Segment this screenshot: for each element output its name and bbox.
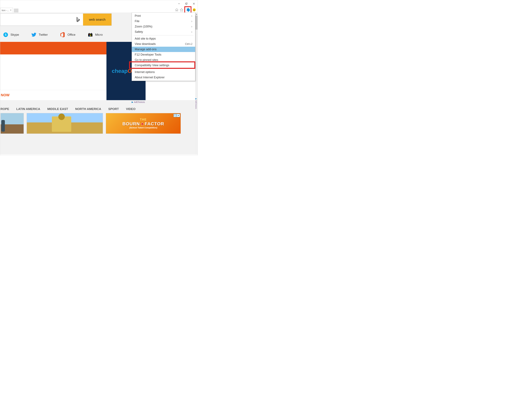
scroll-up-arrow-icon[interactable]: ▴ [195, 12, 198, 16]
quick-link-skype[interactable]: S Skype [3, 32, 19, 37]
store-icon [88, 32, 93, 37]
bourn-factor-ad[interactable]: ⓘ ✕ THE BOURN FACTOR (School Talent Comp… [106, 113, 181, 134]
menu-shortcut: Ctrl+J [185, 42, 192, 46]
tab-title: tion -... [2, 9, 9, 12]
menu-item-about-ie[interactable]: About Internet Explorer [132, 75, 195, 80]
tab-strip: tion -... × [0, 7, 198, 12]
chevron-right-icon: › [191, 30, 192, 34]
menu-label: File [135, 19, 139, 23]
title-bar [0, 0, 198, 7]
menu-label: Internet options [135, 70, 155, 74]
svg-point-8 [195, 9, 195, 10]
hero-white-panel [0, 55, 106, 90]
svg-marker-5 [180, 8, 183, 11]
menu-item-internet-options[interactable]: Internet options [132, 69, 195, 75]
menu-label: Safety [135, 30, 143, 34]
nav-cat[interactable]: VIDEO [126, 107, 135, 111]
home-icon[interactable] [175, 8, 179, 12]
chevron-right-icon: › [191, 14, 192, 18]
ad-line2: BOURN FACTOR [123, 121, 164, 126]
web-search-button[interactable]: web search [83, 14, 112, 26]
menu-item-manage-addons[interactable]: Manage add-ons [132, 47, 195, 52]
scrollbar-thumb[interactable] [195, 16, 198, 29]
menu-item-safety[interactable]: Safety› [132, 29, 195, 35]
menu-item-f12-developer-tools[interactable]: F12 Developer Tools [132, 52, 195, 57]
adchoices-link[interactable]: AdChoices [0, 100, 147, 103]
tools-menu: Print› File› Zoom (100%)› Safety› Add si… [132, 12, 195, 81]
tab-close-icon[interactable]: × [10, 9, 11, 12]
vertical-scrollbar[interactable]: ▴ [195, 12, 198, 155]
twitter-icon [31, 32, 37, 37]
browser-tab[interactable]: tion -... × [0, 8, 13, 12]
ad-corner-controls: ⓘ ✕ [173, 114, 180, 117]
quick-link-twitter[interactable]: Twitter [31, 32, 48, 37]
search-button-label: web search [89, 18, 105, 21]
favorites-star-icon[interactable] [180, 8, 184, 12]
menu-separator [133, 69, 194, 69]
menu-label: Compatibility View settings [135, 64, 169, 67]
menu-item-add-site-to-apps[interactable]: Add site to Apps [132, 36, 195, 41]
menu-item-file[interactable]: File› [132, 19, 195, 24]
menu-item-print[interactable]: Print› [132, 13, 195, 19]
svg-rect-12 [90, 34, 91, 35]
article-thumbnail-1[interactable] [0, 113, 24, 134]
menu-item-zoom[interactable]: Zoom (100%)› [132, 24, 195, 29]
close-window-button[interactable] [190, 1, 198, 6]
building-figure [52, 116, 71, 132]
quick-link-microsoft-store[interactable]: Micro [88, 32, 103, 37]
office-icon [60, 32, 65, 37]
category-nav: ROPE LATIN AMERICA MIDDLE EAST NORTH AME… [0, 103, 198, 113]
menu-label: View downloads [135, 42, 156, 46]
menu-label: Add site to Apps [135, 37, 156, 40]
tools-gear-icon[interactable] [185, 7, 191, 13]
menu-label: About Internet Explorer [135, 76, 165, 79]
page-content: ▴ Print› File› Zoom (100%)› Safety› Add … [0, 12, 198, 155]
search-input[interactable] [0, 14, 83, 26]
book-now-link[interactable]: NOW [0, 90, 106, 100]
quick-link-label: Skype [10, 33, 19, 37]
ad-line3: (School Talent Competition) [129, 126, 157, 129]
svg-rect-11 [89, 34, 90, 35]
menu-item-view-downloads[interactable]: View downloadsCtrl+J [132, 41, 195, 47]
quick-link-label: Twitter [39, 33, 48, 37]
adchoices-icon [132, 101, 133, 103]
nav-cat[interactable]: ROPE [0, 107, 9, 111]
smiley-feedback-icon[interactable] [192, 8, 196, 12]
chevron-right-icon: › [191, 19, 192, 23]
menu-item-compatibility-view[interactable]: Compatibility View settings [132, 63, 195, 68]
maximize-button[interactable] [183, 1, 190, 6]
new-tab-button[interactable] [14, 9, 19, 12]
menu-label: Zoom (100%) [135, 25, 152, 28]
svg-marker-15 [141, 122, 144, 125]
skype-icon: S [3, 32, 8, 37]
browser-window: tion -... × ▴ [0, 0, 198, 155]
menu-label: Print [135, 14, 141, 18]
menu-label: Manage add-ons [135, 48, 157, 51]
star-icon [141, 122, 144, 126]
svg-rect-14 [90, 35, 91, 36]
thumbnail-row: ⓘ ✕ THE BOURN FACTOR (School Talent Comp… [0, 113, 198, 134]
nav-cat[interactable]: SPORT [108, 107, 119, 111]
orange-banner [0, 42, 106, 55]
search-bar: web search [0, 13, 112, 26]
toolbar-icons [175, 7, 196, 12]
quick-link-office[interactable]: Office [60, 32, 76, 37]
vertical-adchoices[interactable]: AdChoices [195, 98, 198, 109]
adchoices-icon [195, 98, 197, 100]
menu-item-go-to-pinned-sites[interactable]: Go to pinned sites [132, 57, 195, 63]
article-thumbnail-2[interactable] [27, 113, 103, 134]
ad-line1: THE [140, 118, 147, 121]
nav-cat[interactable]: NORTH AMERICA [75, 107, 101, 111]
minimize-button[interactable] [175, 1, 183, 6]
ad-info-icon[interactable]: ⓘ [173, 114, 177, 117]
bing-logo-icon [76, 17, 80, 22]
svg-rect-13 [89, 35, 90, 36]
menu-label: Go to pinned sites [135, 58, 158, 62]
svg-point-7 [194, 9, 194, 10]
person-figure [1, 120, 5, 132]
nav-cat[interactable]: LATIN AMERICA [16, 107, 40, 111]
quick-link-label: Office [67, 33, 76, 37]
quick-link-label: Micro [95, 33, 103, 37]
ad-close-icon[interactable]: ✕ [177, 114, 180, 117]
nav-cat[interactable]: MIDDLE EAST [47, 107, 68, 111]
